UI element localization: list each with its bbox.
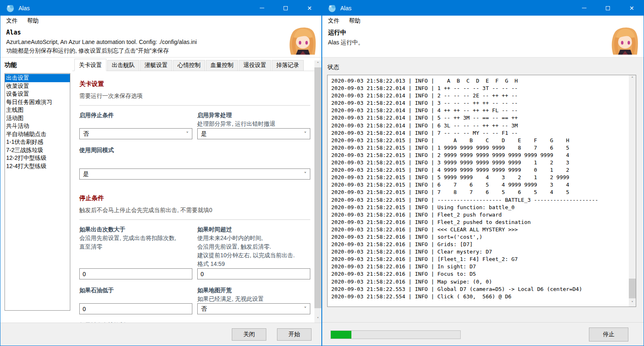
menu-file[interactable]: 文件	[328, 17, 339, 25]
sidebar-item-device-settings[interactable]: 设备设置	[5, 90, 70, 98]
sidebar-item-7-2-farming[interactable]: 7-2三战拣垃圾	[5, 146, 70, 155]
sidebar-item-main-map[interactable]: 主线图	[5, 106, 70, 114]
app-header: 运行中 Alas 运行中。	[322, 26, 644, 58]
scroll-down-icon[interactable]: ˅	[314, 316, 321, 323]
alas-app-icon	[6, 4, 15, 13]
chevron-down-icon: ˅	[304, 172, 307, 176]
close-icon: ✕	[307, 5, 312, 12]
tab-emotion[interactable]: 心情控制	[173, 60, 205, 71]
alas-running-window: Alas ✕ 文件 帮助 运行中 Alas 运行中。	[322, 0, 644, 346]
field-enable-stop: 启用停止条件 否 ˅	[79, 111, 192, 139]
scrollbar-thumb[interactable]	[314, 67, 321, 308]
sidebar-item-coop-event[interactable]: 共斗活动	[5, 122, 70, 130]
menu-file[interactable]: 文件	[6, 17, 18, 25]
start-button[interactable]: 开始	[277, 328, 312, 341]
if-oil-input[interactable]	[79, 303, 192, 314]
menubar: 文件 帮助	[322, 16, 644, 26]
sidebar-item-attack-settings[interactable]: 出击设置	[5, 74, 70, 82]
app-subtitle: AzurLaneAutoScript, An Azur Lane automat…	[6, 38, 284, 46]
close-icon: ✕	[629, 5, 634, 12]
titlebar[interactable]: Alas ✕	[322, 0, 644, 16]
maximize-icon	[606, 6, 610, 10]
desktop: Alas ✕ 文件 帮助 Alas AzurLaneAutoScript, An…	[0, 0, 644, 346]
use-cycle-select[interactable]: 是 ˅	[79, 168, 310, 180]
function-list: 出击设置 收菜设置 设备设置 每日任务困难演习 主线图 活动图 共斗活动 半自动…	[5, 73, 70, 311]
field-if-count: 如果出击次数大于 会沿用先前设置, 完成出击将扣除次数, 直至清零	[79, 225, 192, 279]
stop-button[interactable]: 停止	[589, 328, 628, 341]
function-sidebar: 功能 出击设置 收菜设置 设备设置 每日任务困难演习 主线图 活动图 共斗活动 …	[0, 58, 72, 323]
menubar: 文件 帮助	[0, 16, 321, 26]
log-viewer: 2020-09-03 21:58:22.013 | INFO | A B C D…	[327, 75, 636, 307]
divider	[79, 105, 310, 106]
log-scrollbar[interactable]: ˄ ˅	[629, 75, 636, 307]
field-if-time: 如果时间超过 使用未来24小时内的时间, 会沿用先前设置, 触发后清零. 建议提…	[197, 225, 310, 279]
sidebar-item-12-4-leveling[interactable]: 12-4打大型练级	[5, 162, 70, 171]
window-controls: ✕	[572, 0, 644, 16]
scroll-up-icon[interactable]: ˄	[629, 75, 636, 82]
maximize-icon	[284, 6, 288, 10]
field-enable-exception: 启用异常处理 处理部分异常, 运行出错时撤退 是 ˅	[197, 111, 310, 139]
settings-scrollbar[interactable]: ˄ ˅	[314, 60, 321, 323]
status-heading: 状态	[328, 64, 644, 71]
chevron-down-icon: ˅	[304, 132, 307, 136]
scroll-up-icon[interactable]: ˄	[314, 60, 321, 67]
maximize-button[interactable]	[596, 0, 620, 16]
minimize-button[interactable]	[572, 0, 596, 16]
if-time-input[interactable]	[197, 268, 310, 279]
section-title-stage: 关卡设置	[79, 80, 310, 88]
minimize-icon	[260, 8, 264, 8]
titlebar[interactable]: Alas ✕	[0, 0, 321, 16]
settings-footer: 关闭 开始	[0, 323, 321, 346]
if-map-clear-select[interactable]: 否 ˅	[197, 303, 310, 314]
menu-help[interactable]: 帮助	[349, 17, 360, 25]
sidebar-item-daily-tasks[interactable]: 每日任务困难演习	[5, 98, 70, 106]
field-use-cycle: 使用周回模式 是 ˅	[79, 146, 310, 180]
tab-drop-record[interactable]: 掉落记录	[272, 60, 304, 71]
close-button[interactable]: ✕	[620, 0, 644, 16]
sidebar-item-semi-auto[interactable]: 半自动辅助点击	[5, 130, 70, 138]
field-if-emotion: 如果触发心情控制 若是, 等待回复, 完成本次, 停止	[79, 321, 310, 323]
scrollbar-thumb[interactable]	[629, 279, 636, 298]
close-button[interactable]: ✕	[298, 0, 321, 16]
run-status-title: 运行中	[328, 29, 607, 37]
close-window-button[interactable]: 关闭	[232, 328, 266, 341]
avatar	[288, 26, 317, 55]
section-desc-stage: 需要运行一次来保存选项	[79, 92, 310, 100]
tab-submarine[interactable]: 潜艇设置	[140, 60, 172, 71]
app-header: Alas AzurLaneAutoScript, An Azur Lane au…	[0, 26, 321, 58]
divider	[79, 219, 310, 220]
enable-exception-select[interactable]: 是 ˅	[197, 128, 310, 139]
log-body: 状态 2020-09-03 21:58:22.013 | INFO | A B …	[322, 58, 644, 322]
enable-stop-select[interactable]: 否 ˅	[79, 128, 192, 139]
avatar	[610, 26, 639, 55]
menu-help[interactable]: 帮助	[27, 17, 39, 25]
sidebar-item-event-map[interactable]: 活动图	[5, 114, 70, 122]
alas-settings-window: Alas ✕ 文件 帮助 Alas AzurLaneAutoScript, An…	[0, 0, 322, 346]
sidebar-heading: 功能	[5, 61, 72, 69]
sidebar-item-1-1-affinity[interactable]: 1-1伏击刷好感	[5, 138, 70, 146]
app-title: Alas	[6, 29, 284, 36]
minimize-button[interactable]	[250, 0, 274, 16]
sidebar-item-harvest-settings[interactable]: 收菜设置	[5, 82, 70, 90]
stage-settings-form: 关卡设置 需要运行一次来保存选项 启用停止条件 否 ˅	[72, 71, 314, 323]
settings-body: 功能 出击设置 收菜设置 设备设置 每日任务困难演习 主线图 活动图 共斗活动 …	[0, 58, 321, 323]
chevron-down-icon: ˅	[304, 307, 307, 311]
window-title: Alas	[340, 5, 351, 12]
if-count-input[interactable]	[79, 268, 192, 279]
minimize-icon	[582, 8, 586, 8]
run-status-subtitle: Alas 运行中。	[328, 38, 607, 47]
tab-retirement[interactable]: 退役设置	[239, 60, 271, 71]
tab-hp-control[interactable]: 血量控制	[206, 60, 238, 71]
window-title: Alas	[18, 5, 30, 12]
tab-stage-settings[interactable]: 关卡设置	[74, 59, 106, 71]
settings-tabbar: 关卡设置 出击舰队 潜艇设置 心情控制 血量控制 退役设置 掉落记录	[72, 58, 314, 71]
tab-fleet[interactable]: 出击舰队	[107, 60, 139, 71]
field-if-oil: 如果石油低于	[79, 286, 192, 314]
scroll-down-icon[interactable]: ˅	[629, 300, 636, 307]
section-desc-stop: 触发后不会马上停止会先完成当前出击, 不需要就填0	[79, 207, 310, 214]
section-title-stop: 停止条件	[79, 194, 310, 202]
sidebar-item-12-2-leveling[interactable]: 12-2打中型练级	[5, 154, 70, 162]
maximize-button[interactable]	[274, 0, 298, 16]
alas-app-icon	[328, 4, 337, 13]
run-footer: 停止	[322, 322, 644, 346]
